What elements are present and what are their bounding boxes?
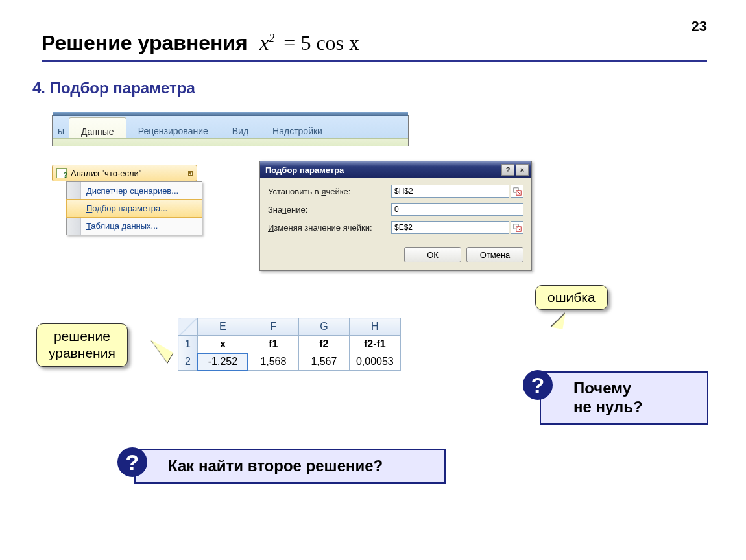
goal-seek-dialog: Подбор параметра ? × Установить в ячейке…	[259, 161, 532, 271]
changing-cell-input[interactable]	[391, 221, 509, 234]
cancel-button[interactable]: Отмена	[466, 247, 523, 262]
range-selector-icon[interactable]	[511, 185, 523, 198]
what-if-icon	[56, 168, 67, 178]
equation: x2 = 5 cos x	[259, 31, 363, 55]
title-bar: Решение уравнения x2 = 5 cos x	[42, 31, 707, 62]
page-title: Решение уравнения	[42, 31, 248, 55]
question-mark-icon: ?	[117, 447, 147, 477]
excel-result-table: E F G H 1 x f1 f2 f2-f1 2 -1,252 1,568 1…	[178, 318, 401, 371]
dialog-title-bar: Подбор параметра ? ×	[260, 161, 531, 178]
col-header-f[interactable]: F	[248, 318, 298, 336]
changing-cell-label: Изменяя значение ячейки:	[268, 223, 391, 233]
dialog-title-text: Подбор параметра	[265, 165, 344, 175]
equation-rhs: = 5 cos x	[283, 31, 359, 54]
to-value-input[interactable]	[391, 203, 523, 216]
cell-g1[interactable]: f2	[298, 336, 349, 353]
cell-g2[interactable]: 1,567	[298, 353, 349, 371]
col-header-h[interactable]: H	[349, 318, 400, 336]
ok-button[interactable]: ОК	[404, 247, 461, 262]
callout-solution-line1: решение	[49, 328, 115, 345]
callout-solution: решение уравнения	[36, 323, 128, 367]
cell-f2[interactable]: 1,568	[248, 353, 298, 371]
what-if-menu: Диспетчер сценариев... Подбор параметра.…	[66, 181, 202, 235]
equation-lhs-var: x	[259, 31, 269, 54]
to-value-label: Значение:	[268, 205, 391, 215]
select-all-cell[interactable]	[178, 318, 198, 336]
dialog-close-button[interactable]: ×	[516, 164, 529, 176]
dialog-help-button[interactable]: ?	[501, 164, 514, 176]
col-header-g[interactable]: G	[298, 318, 349, 336]
range-selector-icon[interactable]	[511, 221, 523, 234]
question-why-line1: Почему	[573, 379, 695, 398]
excel-ribbon: ы Данные Рецензирование Вид Надстройки	[52, 115, 409, 146]
col-header-e[interactable]: E	[197, 318, 248, 336]
callout-solution-tail	[132, 340, 173, 385]
set-cell-label: Установить в ячейке:	[268, 187, 391, 196]
callout-solution-line2: уравнения	[49, 345, 115, 362]
question-why-line2: не нуль?	[573, 398, 695, 417]
ribbon-window-title-fragment	[143, 113, 324, 116]
section-subtitle: 4. Подбор параметра	[32, 79, 195, 97]
callout-error-tail	[525, 307, 565, 329]
cell-h2[interactable]: 0,00053	[349, 353, 400, 371]
what-if-label: Анализ "что-если"	[71, 169, 141, 178]
set-cell-input[interactable]	[391, 185, 509, 198]
question-why-not-zero: Почему не нуль?	[540, 371, 708, 425]
callout-error: ошибка	[535, 285, 608, 310]
cell-f1[interactable]: f1	[248, 336, 298, 353]
question-mark-icon: ?	[523, 370, 553, 400]
cell-e1[interactable]: x	[197, 336, 248, 353]
menu-item-data-table[interactable]: Таблица данных...	[67, 217, 202, 235]
row-header-1[interactable]: 1	[178, 336, 198, 353]
equation-exponent: 2	[269, 32, 274, 45]
row-header-2[interactable]: 2	[178, 353, 198, 371]
title-divider	[42, 60, 707, 62]
chevron-down-icon: ▼	[188, 171, 193, 176]
what-if-analysis-button[interactable]: Анализ "что-если" ▼	[52, 165, 197, 181]
menu-item-goal-seek[interactable]: Подбор параметра...	[66, 199, 202, 218]
question-second-solution: Как найти второе решение?	[134, 449, 446, 484]
ribbon-lower-strip	[53, 138, 408, 146]
cell-e2[interactable]: -1,252	[197, 353, 248, 371]
cell-h1[interactable]: f2-f1	[349, 336, 400, 353]
menu-item-scenario-manager[interactable]: Диспетчер сценариев...	[67, 182, 202, 200]
